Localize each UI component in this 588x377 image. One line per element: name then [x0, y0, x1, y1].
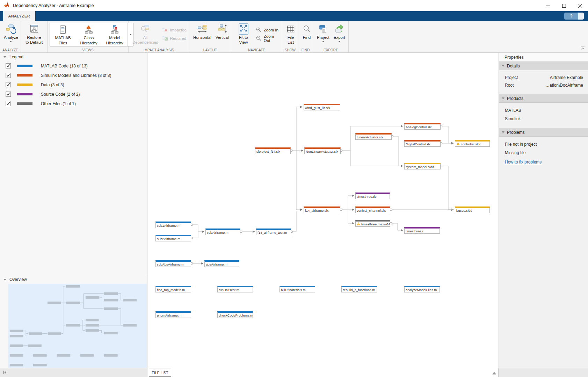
restore-to-default-button[interactable]: Restore to Default: [23, 22, 45, 48]
model-hierarchy-view-button[interactable]: Model Hierarchy: [102, 23, 128, 46]
export-button[interactable]: Export: [332, 22, 347, 48]
project-button[interactable]: Project: [315, 22, 331, 48]
group-views: MATLAB Files Class Hierarchy: [48, 21, 129, 52]
graph-node-checkCodeProblems.m[interactable]: checkCodeProblems.m: [217, 311, 253, 318]
all-dependencies-button[interactable]: All Dependencies: [131, 22, 160, 48]
fit-to-view-button[interactable]: Fit to View: [233, 22, 254, 48]
edge-source-port: [240, 231, 242, 233]
dependency-edge[interactable]: [348, 196, 354, 210]
graph-node-NonLinearActuator.slx[interactable]: NonLinearActuator.slx: [304, 147, 341, 154]
zoom-out-button[interactable]: Zoom Out: [254, 34, 280, 43]
help-icon: ?: [564, 13, 578, 20]
model-hierarchy-icon: [110, 24, 119, 35]
graph-node-runUnitTest.m[interactable]: runUnitTest.m: [217, 286, 253, 292]
title-bar: Dependency Analyzer - Airframe Example: [0, 0, 588, 11]
products-section-header[interactable]: Products: [499, 94, 588, 103]
graph-node-analyzeModelFiles.m[interactable]: analyzeModelFiles.m: [404, 286, 440, 292]
find-button[interactable]: Find: [300, 22, 313, 48]
minimize-button[interactable]: [540, 0, 556, 11]
legend-checkbox[interactable]: [6, 73, 11, 78]
section-label-views: VIEWS: [48, 48, 128, 52]
legend-header[interactable]: Legend: [0, 53, 147, 61]
graph-node-f14_airframe_test.m[interactable]: f14_airframe_test.m: [256, 229, 291, 235]
graph-node-subAbsAirframe.m[interactable]: subAbsAirframe.m: [155, 260, 191, 267]
graph-node-buses.sldd[interactable]: buses.sldd: [455, 206, 490, 213]
graph-node-AnalogControl.slx[interactable]: AnalogControl.slx: [404, 123, 441, 130]
status-bar-left: [0, 368, 147, 377]
minimap-node: [104, 292, 118, 295]
collapse-ribbon-icon[interactable]: [580, 45, 585, 51]
problems-body: File not in projectMissing file How to f…: [499, 137, 588, 169]
problems-section-header[interactable]: Problems: [499, 128, 588, 137]
dependency-edge[interactable]: [441, 166, 453, 210]
graph-node-vertical_channel.slx[interactable]: vertical_channel.slx: [355, 206, 390, 213]
graph-node-absAirframe.m[interactable]: absAirframe.m: [204, 260, 239, 267]
dependency-edge[interactable]: [192, 232, 198, 238]
graph-node-DigitalControl.slx[interactable]: DigitalControl.slx: [404, 140, 441, 147]
graph-node-slproject_f14.slx[interactable]: slproject_f14.slx: [255, 147, 291, 154]
impacted-button[interactable]: Impacted: [161, 26, 188, 34]
legend-checkbox[interactable]: [6, 63, 11, 68]
dependency-edge[interactable]: [391, 223, 403, 230]
collapse-triangle-icon: [502, 131, 504, 133]
overview-header[interactable]: Overview: [0, 275, 147, 284]
required-button[interactable]: Required: [161, 34, 188, 43]
matlab-files-view-button[interactable]: MATLAB Files: [50, 23, 76, 46]
dependency-edge[interactable]: [348, 210, 354, 223]
file-list-icon: [286, 23, 295, 35]
file-list-tab[interactable]: FILE LIST: [149, 369, 171, 377]
dependency-edge[interactable]: [392, 136, 398, 166]
window-title: Dependency Analyzer - Airframe Example: [13, 3, 94, 8]
analyze-button[interactable]: Analyze: [2, 22, 20, 48]
dependency-edge[interactable]: [192, 225, 204, 232]
graph-node-subAirframe.m[interactable]: subAirframe.m: [205, 229, 240, 235]
graph-node-timesthree.tlc[interactable]: timesthree.tlc: [355, 193, 390, 199]
graph-node-rebuild_s_functions.m[interactable]: rebuild_s_functions.m: [341, 286, 377, 292]
dependency-edge[interactable]: [350, 151, 403, 166]
edge-source-port: [440, 125, 442, 127]
graph-node-system_model.sldd[interactable]: system_model.sldd: [404, 163, 441, 169]
vertical-layout-button[interactable]: Vertical: [214, 22, 231, 48]
graph-node-sub1Airframe.m[interactable]: sub1Airframe.m: [155, 222, 191, 228]
dependency-edge[interactable]: [292, 211, 296, 232]
graph-node-wind_gust_lib.slx[interactable]: wind_gust_lib.slx: [304, 104, 340, 110]
how-to-fix-problems-link[interactable]: How to fix problems: [499, 157, 588, 165]
product-item: MATLAB: [499, 106, 588, 115]
legend-checkbox[interactable]: [6, 82, 11, 87]
dependency-edge[interactable]: [441, 126, 448, 143]
graph-node-sub2Airframe.m[interactable]: sub2Airframe.m: [155, 235, 191, 241]
graph-node-controller.sldd[interactable]: controller.sldd: [455, 140, 490, 147]
minimap-edge: [83, 325, 85, 331]
views-gallery: MATLAB Files Class Hierarchy: [50, 23, 133, 46]
zoom-in-button[interactable]: Zoom In: [254, 26, 280, 34]
graph-node-f14_airframe.slx[interactable]: f14_airframe.slx: [304, 206, 340, 213]
dependency-edge[interactable]: [296, 151, 302, 210]
horizontal-layout-button[interactable]: Horizontal: [191, 22, 213, 48]
dependency-graph-canvas[interactable]: wind_gust_lib.slxAnalogControl.slxLinear…: [147, 53, 499, 368]
group-export: Project Export EXPORT: [313, 21, 349, 52]
graph-node-billOfMaterials.m[interactable]: billOfMaterials.m: [280, 286, 315, 292]
tab-analyzer[interactable]: ANALYZER: [3, 11, 35, 21]
graph-node-LinearActuator.slx[interactable]: LinearActuator.slx: [355, 133, 392, 140]
graph-node-timesthree.c[interactable]: timesthree.c: [404, 227, 440, 234]
close-button[interactable]: [572, 0, 588, 11]
export-icon: [334, 23, 344, 35]
help-button[interactable]: ?: [564, 13, 584, 20]
overview-minimap[interactable]: [8, 284, 147, 368]
details-section-header[interactable]: Details: [499, 61, 588, 70]
legend-checkbox[interactable]: [6, 101, 11, 106]
legend-color-swatch: [17, 74, 32, 77]
collapse-left-icon[interactable]: [3, 370, 7, 376]
scroll-top-icon[interactable]: [492, 370, 496, 377]
class-hierarchy-view-button[interactable]: Class Hierarchy: [76, 23, 102, 46]
minimap-edge: [63, 286, 65, 303]
graph-node-find_top_models.m[interactable]: find_top_models.m: [155, 286, 191, 292]
dependency-edge[interactable]: [296, 107, 302, 151]
legend-checkbox[interactable]: [6, 92, 11, 97]
graph-node-enumAirframe.m[interactable]: enumAirframe.m: [155, 311, 191, 318]
graph-node-timesthree.mexw64[interactable]: timesthree.mexw64: [355, 220, 390, 227]
maximize-button[interactable]: [556, 0, 572, 11]
node-label: absAirframe.m: [206, 262, 227, 266]
node-label: subAirframe.m: [207, 231, 228, 234]
file-list-button[interactable]: File List: [284, 22, 297, 48]
